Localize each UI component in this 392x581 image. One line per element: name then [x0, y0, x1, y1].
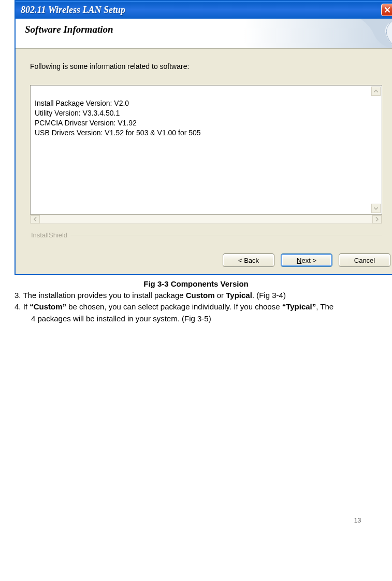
scroll-left-button[interactable]	[31, 215, 40, 223]
horizontal-scrollbar[interactable]	[30, 215, 382, 224]
next-button[interactable]: Next >	[281, 253, 332, 267]
titlebar: 802.11 Wireless LAN Setup	[16, 1, 392, 19]
doc-line-4b: 4 packages will be installed in your sys…	[14, 314, 378, 324]
scroll-up-button[interactable]	[371, 87, 381, 96]
page-number: 13	[14, 325, 378, 524]
window-title: 802.11 Wireless LAN Setup	[21, 5, 125, 16]
header-title: Software Information	[25, 24, 113, 35]
cancel-button[interactable]: Cancel	[339, 253, 390, 267]
software-info-content: Install Package Version: V2.0 Utility Ve…	[35, 99, 201, 137]
scroll-right-button[interactable]	[372, 215, 382, 223]
doc-line-3: 3. The installation provides you to inst…	[14, 290, 378, 301]
cancel-button-label: Cancel	[354, 257, 375, 264]
chevron-up-icon	[374, 90, 378, 93]
installer-dialog: 802.11 Wireless LAN Setup Software Infor…	[14, 0, 392, 275]
scroll-down-button[interactable]	[371, 204, 381, 213]
software-info-textbox[interactable]: Install Package Version: V2.0 Utility Ve…	[30, 85, 382, 215]
chevron-down-icon	[374, 207, 378, 210]
figure-caption: Fig 3-3 Components Version	[14, 279, 378, 288]
info-box-wrap: Install Package Version: V2.0 Utility Ve…	[30, 85, 382, 224]
back-button[interactable]: < Back	[223, 253, 274, 267]
chevron-right-icon	[375, 217, 379, 221]
button-row: < Back Next > Cancel	[16, 249, 392, 274]
close-button[interactable]	[381, 4, 392, 16]
header-band: Software Information	[16, 19, 392, 49]
installshield-label: InstallShield	[30, 231, 70, 239]
next-button-label: Next >	[297, 257, 316, 264]
chevron-left-icon	[34, 217, 37, 221]
dialog-body: Following is some information related to…	[16, 49, 392, 249]
divider-line	[70, 235, 382, 235]
page-curl-decoration	[360, 19, 392, 49]
back-button-label: < Back	[238, 257, 259, 264]
intro-text: Following is some information related to…	[30, 62, 382, 70]
close-icon	[384, 7, 390, 13]
doc-line-4a: 4. If “Custom” be chosen, you can select…	[14, 302, 378, 312]
installshield-divider: InstallShield	[30, 231, 382, 239]
